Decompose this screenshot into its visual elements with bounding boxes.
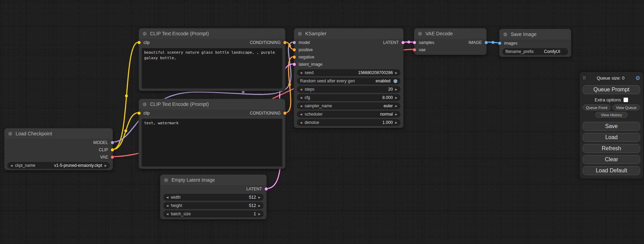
queue-prompt-button[interactable]: Queue Prompt [583,85,640,94]
queue-front-button[interactable]: Queue Front [583,105,611,110]
increment-icon[interactable]: ▶ [395,71,397,74]
increment-icon[interactable]: ▶ [395,96,397,99]
decrement-icon[interactable]: ◀ [300,113,302,116]
image-output-port[interactable] [485,41,488,44]
view-history-button[interactable]: View History [595,112,628,118]
widget-value: enabled [376,79,390,83]
node-header[interactable]: VAE Decode [414,28,486,39]
input-label: clip [143,111,150,116]
node-header[interactable]: Save Image [500,29,571,39]
vae-input-port[interactable] [413,48,416,51]
decrement-icon[interactable]: ◀ [10,164,12,167]
negative-input-port[interactable] [293,55,296,58]
conditioning-output-port[interactable] [283,111,286,115]
node-header[interactable]: KSampler [294,28,403,39]
ckpt-name-widget[interactable]: ◀ ckpt_name v1-5-pruned-emaonly.ckpt ▶ [7,162,110,169]
extra-options-checkbox[interactable] [624,98,628,102]
decrement-icon[interactable]: ◀ [300,88,302,91]
collapse-dot-icon[interactable] [164,178,168,182]
decrement-icon[interactable]: ◀ [300,105,302,108]
graph-canvas[interactable]: Load Checkpoint MODEL CLIP VAE ◀ ckpt_na… [0,0,644,244]
decrement-icon[interactable]: ◀ [300,121,302,124]
latent-image-input-port[interactable] [293,63,296,66]
increment-icon[interactable]: ▶ [258,204,261,207]
filename-prefix-widget[interactable]: filename_prefix ComfyUI [502,48,568,55]
model-input-port[interactable] [293,41,296,44]
view-queue-button[interactable]: View Queue [612,105,641,110]
decrement-icon[interactable]: ◀ [300,96,302,99]
seed-widget[interactable]: ◀ seed 156680208700286 ▶ [297,69,400,76]
widget-name: seed [305,70,314,75]
node-clip-text-encode-positive[interactable]: CLIP Text Encode (Prompt) clip CONDITION… [139,28,285,91]
widget-value: 512 [249,195,256,200]
decrement-icon[interactable]: ◀ [300,71,302,74]
conditioning-output-port[interactable] [283,41,286,44]
node-empty-latent-image[interactable]: Empty Latent Image LATENT ◀ width 512 ▶ … [160,174,267,219]
widget-name: filename_prefix [505,49,533,54]
prompt-textarea[interactable]: text, watermark [142,119,282,166]
cfg-widget[interactable]: ◀ cfg 8.000 ▶ [297,94,400,101]
vae-output-port[interactable] [111,155,114,159]
widget-value: 20 [388,87,392,92]
link-clip-to-negative-prompt [113,113,139,150]
sampler-name-widget[interactable]: ◀ sampler_name euler ▶ [297,102,400,109]
node-vae-decode[interactable]: VAE Decode samples IMAGE vae [414,28,487,55]
collapse-dot-icon[interactable] [418,31,422,36]
node-save-image[interactable]: Save Image images filename_prefix ComfyU… [499,29,571,57]
increment-icon[interactable]: ▶ [395,88,397,91]
node-header[interactable]: Load Checkpoint [5,128,113,139]
random-seed-toggle-widget[interactable]: Random seed after every gen enabled [297,78,400,84]
node-clip-text-encode-negative[interactable]: CLIP Text Encode (Prompt) clip CONDITION… [139,99,285,169]
clip-input-port[interactable] [138,111,141,115]
clip-input-port[interactable] [138,41,141,44]
collapse-dot-icon[interactable] [142,102,147,107]
output-label: CONDITIONING [250,40,281,45]
increment-icon[interactable]: ▶ [395,121,397,124]
node-title: VAE Decode [425,31,453,36]
decrement-icon[interactable]: ◀ [166,213,168,216]
input-label: negative [299,55,314,60]
width-widget[interactable]: ◀ width 512 ▶ [163,194,264,201]
model-output-port[interactable] [111,141,114,144]
collapse-dot-icon[interactable] [8,132,12,136]
steps-widget[interactable]: ◀ steps 20 ▶ [297,86,400,93]
load-default-button[interactable]: Load Default [583,166,640,175]
node-ksampler[interactable]: KSampler model LATENT positive negative … [294,28,404,128]
prompt-textarea[interactable]: beautiful scenery nature glass bottle la… [142,48,282,89]
images-input-port[interactable] [498,42,501,45]
load-button[interactable]: Load [583,133,640,142]
node-header[interactable]: CLIP Text Encode (Prompt) [139,99,285,109]
samples-input-port[interactable] [413,41,416,44]
increment-icon[interactable]: ▶ [258,196,261,199]
collapse-dot-icon[interactable] [142,31,147,36]
increment-icon[interactable]: ▶ [395,113,397,116]
height-widget[interactable]: ◀ height 512 ▶ [163,202,264,209]
refresh-button[interactable]: Refresh [583,144,640,153]
widget-name: height [171,203,182,208]
latent-output-port[interactable] [265,187,268,190]
gear-icon[interactable]: ⚙ [635,75,640,81]
save-button[interactable]: Save [583,122,640,131]
decrement-icon[interactable]: ◀ [166,204,168,207]
latent-output-port[interactable] [402,41,405,44]
decrement-icon[interactable]: ◀ [166,196,168,199]
positive-input-port[interactable] [293,48,296,51]
denoise-widget[interactable]: ◀ denoise 1.000 ▶ [297,119,400,126]
toggle-knob-icon[interactable] [394,79,397,83]
scheduler-widget[interactable]: ◀ scheduler normal ▶ [297,111,400,118]
increment-icon[interactable]: ▶ [395,105,397,108]
widget-name: scheduler [305,112,323,117]
node-title: KSampler [305,31,326,36]
node-load-checkpoint[interactable]: Load Checkpoint MODEL CLIP VAE ◀ ckpt_na… [4,128,113,170]
increment-icon[interactable]: ▶ [105,164,107,167]
drag-handle-icon[interactable]: ⠿ [583,75,586,81]
collapse-dot-icon[interactable] [503,32,508,37]
node-header[interactable]: Empty Latent Image [160,175,266,185]
clear-button[interactable]: Clear [583,155,640,164]
node-header[interactable]: CLIP Text Encode (Prompt) [139,28,285,39]
batch-size-widget[interactable]: ◀ batch_size 1 ▶ [163,210,264,217]
collapse-dot-icon[interactable] [298,31,302,36]
clip-output-port[interactable] [111,148,114,151]
input-label: images [504,41,518,46]
increment-icon[interactable]: ▶ [258,213,261,216]
